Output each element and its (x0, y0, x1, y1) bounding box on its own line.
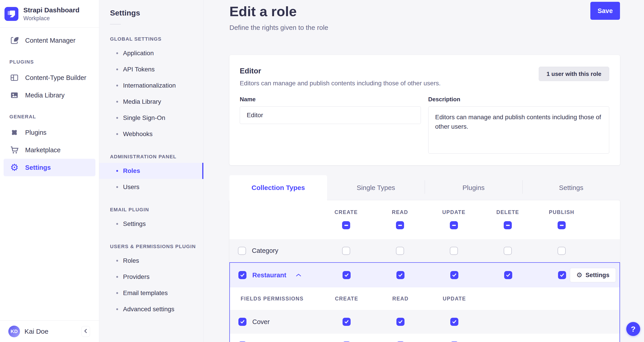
bullet-icon (116, 101, 118, 103)
restaurant-delete-checkbox[interactable] (504, 271, 512, 279)
subnav-item-label: API Tokens (123, 66, 155, 73)
subnav-item-email-settings[interactable]: Settings (99, 216, 203, 232)
subnav-item-label: Email templates (123, 289, 168, 297)
sidebar-item-media-library[interactable]: Media Library (4, 87, 96, 104)
user-footer: KD Kai Doe (0, 320, 99, 342)
sidebar-item-plugins[interactable]: Plugins (4, 124, 96, 141)
section-label-general: GENERAL (10, 114, 96, 120)
row-checkbox-category[interactable] (238, 247, 246, 255)
bullet-icon (116, 69, 118, 70)
save-button[interactable]: Save (590, 2, 620, 20)
name-field-label: Name (240, 96, 421, 103)
chevron-up-icon[interactable] (296, 273, 301, 277)
subnav-item-label: Roles (123, 257, 139, 264)
description-textarea[interactable]: Editors can manage and publish contents … (428, 106, 610, 154)
role-details-card: Editor Editors can manage and publish co… (230, 55, 620, 165)
subnav-item-email-templates[interactable]: Email templates (99, 285, 203, 301)
category-update-checkbox[interactable] (450, 247, 458, 255)
sidebar-item-label: Settings (25, 164, 51, 171)
subnav-item-providers[interactable]: Providers (99, 269, 203, 285)
indeterminate-dash-icon (452, 225, 456, 226)
gear-icon: ⚙ (10, 163, 19, 172)
subnav-item-single-sign-on[interactable]: Single Sign-On (99, 110, 203, 126)
indeterminate-dash-icon (506, 225, 510, 226)
subnav-item-label: Application (123, 50, 154, 57)
restaurant-settings-button[interactable]: ⚙ Settings (570, 268, 616, 282)
users-with-role-button[interactable]: 1 user with this role (539, 67, 609, 81)
help-button[interactable]: ? (626, 322, 640, 336)
bullet-icon (116, 260, 118, 262)
pen-icon (10, 36, 19, 45)
tab-single-types[interactable]: Single Types (327, 175, 425, 200)
tab-collection-types[interactable]: Collection Types (230, 175, 327, 200)
subnav-item-label: Media Library (123, 98, 161, 105)
cover-update-checkbox[interactable] (450, 318, 458, 326)
name-input[interactable] (240, 106, 421, 124)
category-publish-checkbox[interactable] (558, 247, 566, 255)
bullet-icon (116, 223, 118, 225)
column-header-read: READ (392, 209, 408, 215)
cover-create-checkbox[interactable] (342, 318, 350, 326)
subnav-item-roles-up[interactable]: Roles (99, 253, 203, 269)
permissions-tabs: Collection Types Single Types Plugins Se… (230, 175, 620, 200)
restaurant-create-checkbox[interactable] (342, 271, 350, 279)
sidebar-item-marketplace[interactable]: Marketplace (4, 141, 96, 159)
category-read-checkbox[interactable] (396, 247, 404, 255)
indeterminate-dash-icon (560, 225, 564, 226)
description-field-group: Description Editors can manage and publi… (428, 96, 610, 155)
row-checkbox-restaurant[interactable] (238, 271, 246, 279)
sidebar-item-settings[interactable]: ⚙ Settings (4, 159, 96, 176)
user-name: Kai Doe (24, 328, 48, 335)
fields-column-update: UPDATE (443, 296, 466, 302)
bullet-icon (116, 85, 118, 87)
name-field-group: Name (240, 96, 421, 155)
subnav-item-users[interactable]: Users (99, 179, 203, 195)
subnav-item-roles-admin[interactable]: Roles (99, 163, 203, 179)
sidebar-item-content-manager[interactable]: Content Manager (4, 32, 96, 49)
row-label-cover[interactable]: Cover (252, 318, 270, 325)
restaurant-expanded-section: Restaurant ⚙ Settings (230, 262, 620, 342)
puzzle-icon (10, 128, 19, 137)
subnav-item-webhooks[interactable]: Webhooks (99, 126, 203, 142)
select-all-publish-checkbox[interactable] (558, 221, 566, 229)
section-label-plugins: PLUGINS (10, 59, 96, 65)
row-checkbox-cover[interactable] (238, 318, 246, 326)
avatar[interactable]: KD (8, 325, 20, 337)
subnav-section-email-plugin: EMAIL PLUGIN (110, 207, 203, 213)
sidebar-item-content-type-builder[interactable]: Content-Type Builder (4, 69, 96, 87)
fields-permissions-header: FIELDS PERMISSIONS CREATE READ UPDATE (230, 287, 620, 310)
collapse-sidebar-button[interactable] (82, 326, 90, 337)
cover-read-checkbox[interactable] (396, 318, 404, 326)
bullet-icon (116, 276, 118, 278)
page-header: Edit a role Define the rights given to t… (230, 0, 620, 32)
select-all-read-checkbox[interactable] (396, 221, 404, 229)
select-all-update-checkbox[interactable] (450, 221, 458, 229)
brand-text: Strapi Dashboard Workplace (23, 6, 80, 22)
tab-plugins[interactable]: Plugins (425, 175, 522, 200)
field-row-name: Name (230, 334, 620, 342)
layout-icon (10, 73, 19, 83)
row-label-restaurant[interactable]: Restaurant (252, 271, 286, 279)
select-all-delete-checkbox[interactable] (504, 221, 512, 229)
fields-permissions-label: FIELDS PERMISSIONS (230, 296, 320, 302)
tab-settings[interactable]: Settings (522, 175, 620, 200)
indeterminate-dash-icon (344, 225, 348, 226)
subnav-item-application[interactable]: Application (99, 45, 203, 61)
restaurant-publish-checkbox[interactable] (558, 271, 566, 279)
select-all-create-checkbox[interactable] (342, 221, 350, 229)
subnav-divider (110, 24, 121, 25)
page-subtitle: Define the rights given to the role (230, 24, 620, 32)
category-create-checkbox[interactable] (342, 247, 350, 255)
restaurant-read-checkbox[interactable] (396, 271, 404, 279)
subnav-item-internationalization[interactable]: Internationalization (99, 78, 203, 94)
restaurant-update-checkbox[interactable] (450, 271, 458, 279)
subnav-item-api-tokens[interactable]: API Tokens (99, 61, 203, 78)
page-title: Edit a role (230, 3, 620, 20)
subnav-item-label: Providers (123, 273, 150, 280)
gear-icon: ⚙ (576, 272, 582, 278)
workspace-switcher[interactable]: Strapi Dashboard Workplace (0, 0, 99, 28)
row-label-category[interactable]: Category (252, 247, 278, 254)
subnav-item-advanced-settings[interactable]: Advanced settings (99, 301, 203, 317)
subnav-item-media-library[interactable]: Media Library (99, 94, 203, 110)
category-delete-checkbox[interactable] (504, 247, 512, 255)
